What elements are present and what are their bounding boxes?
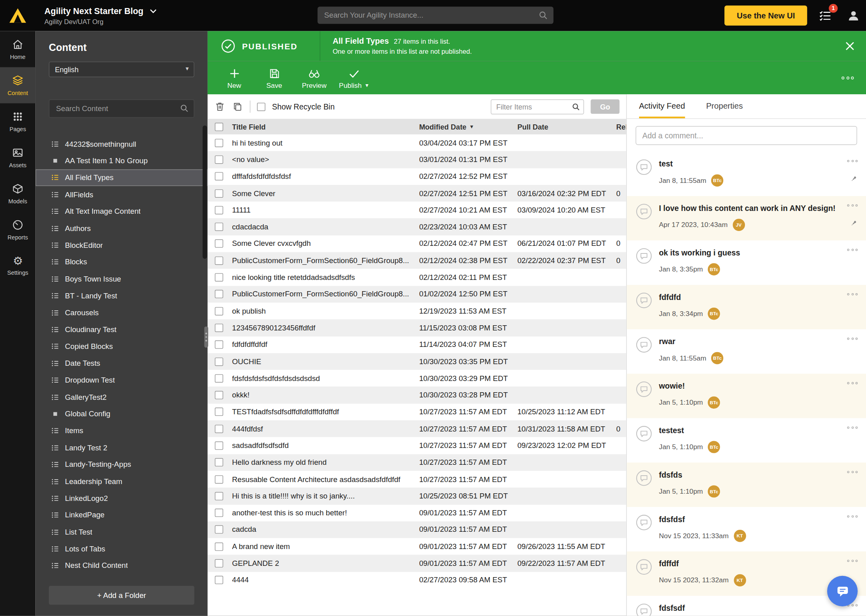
copy-button[interactable] <box>232 101 243 112</box>
table-row[interactable]: Some Clever cvxcvfgdh 02/12/2024 02:47 P… <box>208 235 626 252</box>
table-row[interactable]: sadsadfdfsdfsdfd 10/27/2023 11:57 AM EDT… <box>208 437 626 454</box>
comment-more-button[interactable] <box>847 249 858 251</box>
comment-more-button[interactable] <box>847 205 858 207</box>
content-list-item[interactable]: 44232$somethingnull <box>36 136 208 152</box>
pin-icon[interactable] <box>850 219 858 227</box>
row-checkbox[interactable] <box>215 324 223 332</box>
table-row[interactable]: 1234567890123456ffdfdf 11/15/2023 03:08 … <box>208 320 626 336</box>
go-button[interactable]: Go <box>591 99 619 114</box>
content-list-item[interactable]: Nest Child Content <box>36 557 208 574</box>
column-header-modified-date[interactable]: Modified Date▼ <box>419 122 517 131</box>
row-checkbox[interactable] <box>215 206 223 214</box>
show-recycle-bin-checkbox[interactable] <box>257 102 265 111</box>
row-checkbox[interactable] <box>215 307 223 315</box>
new-button[interactable]: New <box>215 67 253 89</box>
content-list-item[interactable]: Cloudinary Test <box>36 321 208 338</box>
table-row[interactable]: cadcda 09/01/2023 11:57 AM EDT <box>208 521 626 538</box>
table-row[interactable]: <no value> 03/01/2024 01:31 PM EST <box>208 151 626 168</box>
row-checkbox[interactable] <box>215 172 223 181</box>
row-checkbox[interactable] <box>215 576 223 584</box>
comment-more-button[interactable] <box>847 515 858 518</box>
preview-button[interactable]: Preview <box>295 67 333 89</box>
language-select[interactable]: English <box>49 62 194 77</box>
rail-item-assets[interactable]: Assets <box>0 140 36 176</box>
content-list-item[interactable]: Lots of Tabs <box>36 541 208 557</box>
sidebar-scrollbar[interactable] <box>202 126 207 259</box>
save-button[interactable]: Save <box>255 67 293 89</box>
content-list-item[interactable]: Global Config <box>36 405 208 422</box>
comment-more-button[interactable] <box>847 160 858 162</box>
comment-more-button[interactable] <box>847 382 858 385</box>
rail-item-pages[interactable]: Pages <box>0 103 36 140</box>
toolbar-more-button[interactable] <box>842 77 854 79</box>
table-row[interactable]: Hello darkness my old friend 10/27/2023 … <box>208 454 626 471</box>
table-row[interactable]: 444fdfdsf 10/27/2023 11:57 AM EDT 10/31/… <box>208 420 626 437</box>
agility-logo[interactable] <box>0 0 36 31</box>
content-list-item[interactable]: Copied Blocks <box>36 338 208 355</box>
add-folder-button[interactable]: + Add a Folder <box>49 586 194 605</box>
content-list-item[interactable]: AA Test Item 1 No Group <box>36 152 208 169</box>
row-checkbox[interactable] <box>215 408 223 416</box>
table-row[interactable]: PublicCustomerForm_FormSection60_FieldGr… <box>208 252 626 269</box>
delete-button[interactable] <box>214 101 225 112</box>
column-header-release-date[interactable]: Rel <box>616 122 626 131</box>
content-list-item[interactable]: Date Tests <box>36 355 208 372</box>
table-row[interactable]: nice looking title retetddadsadsdfsdfs 0… <box>208 269 626 286</box>
row-checkbox[interactable] <box>215 425 223 433</box>
rail-item-content[interactable]: Content <box>0 67 36 103</box>
table-row[interactable]: dfffafdsfdfdfdsfdsf 02/27/2024 12:52 PM … <box>208 168 626 185</box>
row-checkbox[interactable] <box>215 340 223 349</box>
table-row[interactable]: okkk! 10/30/2023 03:28 PM EDT <box>208 387 626 403</box>
content-list-item[interactable]: Items <box>36 422 208 439</box>
row-checkbox[interactable] <box>215 475 223 484</box>
use-new-ui-button[interactable]: Use the New UI <box>724 6 807 26</box>
table-row[interactable]: GEPLANDE 2 09/01/2023 11:57 AM EDT 09/22… <box>208 555 626 572</box>
table-row[interactable]: Hi this is a title!!!! why is it so jank… <box>208 488 626 505</box>
row-checkbox[interactable] <box>215 458 223 467</box>
table-row[interactable]: PublicCustomerForm_FormSection60_FieldGr… <box>208 286 626 303</box>
table-row[interactable]: Some Clever 02/27/2024 12:51 PM EST 03/1… <box>208 185 626 202</box>
table-row[interactable]: TESTfdadfsfsdfsdffdfdfdfffdfdffdf 10/27/… <box>208 403 626 420</box>
row-checkbox[interactable] <box>215 156 223 164</box>
row-checkbox[interactable] <box>215 559 223 567</box>
content-list-item[interactable]: GalleryTest2 <box>36 389 208 405</box>
add-comment-input[interactable] <box>635 126 857 145</box>
content-list-item[interactable]: Landy-Testing-Apps <box>36 456 208 473</box>
select-all-checkbox[interactable] <box>215 122 223 131</box>
comment-more-button[interactable] <box>847 560 858 562</box>
instance-search-input[interactable] <box>318 11 538 20</box>
rail-item-home[interactable]: Home <box>0 31 36 67</box>
comment-more-button[interactable] <box>847 426 858 429</box>
column-header-pull-date[interactable]: Pull Date <box>517 122 616 131</box>
row-checkbox[interactable] <box>215 374 223 383</box>
table-row[interactable]: cdacdacda 02/23/2024 10:03 AM EST <box>208 219 626 235</box>
row-checkbox[interactable] <box>215 357 223 366</box>
content-list-item[interactable]: Leadership Team <box>36 473 208 490</box>
content-list-item[interactable]: Landy Test 2 <box>36 439 208 456</box>
table-row[interactable]: another-test this is so much better! 09/… <box>208 505 626 521</box>
row-checkbox[interactable] <box>215 509 223 517</box>
table-row[interactable]: hi hi testing out 03/04/2024 03:17 PM ES… <box>208 134 626 151</box>
row-checkbox[interactable] <box>215 223 223 231</box>
filter-items-input[interactable] <box>491 99 584 114</box>
row-checkbox[interactable] <box>215 542 223 551</box>
row-checkbox[interactable] <box>215 525 223 534</box>
content-list-item[interactable]: List Test <box>36 524 208 541</box>
content-list-item[interactable]: Blocks <box>36 253 208 270</box>
table-row[interactable]: fdfdfdffdfdf 11/14/2023 04:07 PM EST <box>208 336 626 353</box>
user-menu-button[interactable] <box>847 8 861 22</box>
table-row[interactable]: ok publish 12/19/2023 11:53 AM EST <box>208 303 626 320</box>
banner-close-button[interactable] <box>844 40 856 52</box>
rail-item-models[interactable]: Models <box>0 176 36 212</box>
tab-activity-feed[interactable]: Activity Feed <box>639 94 685 118</box>
column-header-title-field[interactable]: Title Field <box>232 122 419 131</box>
content-list-item[interactable]: Carousels <box>36 304 208 321</box>
row-checkbox[interactable] <box>215 273 223 282</box>
content-list-item[interactable]: LinkedLogo2 <box>36 490 208 507</box>
table-row[interactable]: 11111 02/27/2024 10:21 AM EST 03/09/2024… <box>208 202 626 219</box>
row-checkbox[interactable] <box>215 256 223 265</box>
row-checkbox[interactable] <box>215 442 223 450</box>
table-row[interactable]: OUCHIE 10/30/2023 03:35 PM EDT <box>208 353 626 370</box>
publish-button[interactable]: Publish▼ <box>335 67 373 89</box>
pin-icon[interactable] <box>850 175 858 182</box>
